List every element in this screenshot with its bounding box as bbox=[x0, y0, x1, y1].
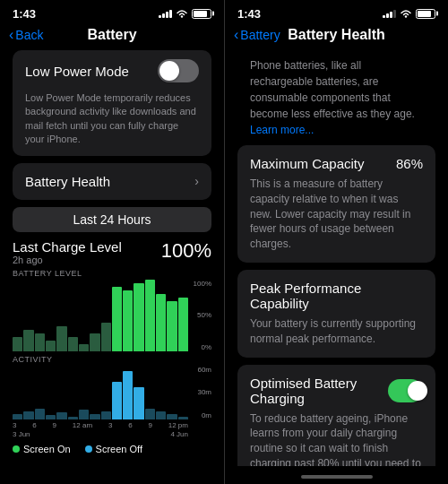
svg-point-1 bbox=[405, 15, 407, 17]
battery-health-row[interactable]: Battery Health › bbox=[13, 163, 211, 200]
battery-info-section: Phone batteries, like all rechargeable b… bbox=[237, 50, 435, 145]
screen-off-dot bbox=[85, 445, 92, 453]
right-panel: 1:43 ‹ Battery Battery Health bbox=[224, 0, 448, 484]
back-button-right[interactable]: ‹ Battery bbox=[234, 27, 280, 43]
optimised-charging-row[interactable]: Optimised Battery Charging bbox=[250, 376, 423, 406]
right-content: Phone batteries, like all rechargeable b… bbox=[225, 50, 448, 466]
battery-level-chart: 100% 50% 0% bbox=[13, 280, 211, 351]
y-label-mid: 50% bbox=[194, 311, 211, 319]
status-icons-right bbox=[383, 9, 435, 19]
low-power-mode-toggle[interactable] bbox=[158, 59, 199, 82]
wifi-icon bbox=[176, 9, 188, 18]
status-time-right: 1:43 bbox=[237, 7, 261, 21]
battery-level-label: BATTERY LEVEL bbox=[13, 269, 211, 278]
peak-perf-desc: Your battery is currently supporting nor… bbox=[250, 316, 423, 347]
left-panel: 1:43 ‹ Back Battery bbox=[0, 0, 224, 484]
chevron-right-icon: › bbox=[194, 174, 199, 188]
peak-performance-section: Peak Performance Capability Your battery… bbox=[237, 270, 435, 358]
nav-bar-right: ‹ Battery Battery Health bbox=[225, 25, 448, 50]
learn-more-link[interactable]: Learn more... bbox=[250, 124, 314, 136]
battery-status-icon bbox=[192, 9, 211, 19]
nav-title-right: Battery Health bbox=[288, 27, 384, 43]
act-y-top: 60m bbox=[197, 366, 211, 374]
activity-bars bbox=[13, 366, 211, 419]
peak-perf-row: Peak Performance Capability bbox=[250, 281, 423, 311]
status-bar-left: 1:43 bbox=[0, 0, 224, 25]
back-button-left[interactable]: ‹ Back bbox=[9, 27, 43, 43]
activity-chart-section: ACTIVITY 60m 3 bbox=[13, 355, 211, 438]
toggle-knob bbox=[159, 61, 179, 81]
x-sublabels: 3 Jun 4 Jun bbox=[13, 430, 211, 438]
time-selector[interactable]: Last 24 Hours bbox=[13, 207, 211, 232]
optimised-charging-toggle[interactable] bbox=[388, 379, 423, 402]
screen-on-legend: Screen On bbox=[13, 444, 71, 454]
screen-on-dot bbox=[13, 445, 20, 453]
optimised-charging-section: Optimised Battery Charging To reduce bat… bbox=[237, 365, 435, 466]
status-bar-right: 1:43 bbox=[225, 0, 448, 25]
max-capacity-label: Maximum Capacity bbox=[250, 156, 365, 171]
max-capacity-row: Maximum Capacity 86% bbox=[250, 156, 423, 171]
last-charge-time: 2h ago bbox=[13, 255, 122, 265]
battery-info-text: Phone batteries, like all rechargeable b… bbox=[250, 59, 415, 120]
activity-y-labels: 60m 30m 0m bbox=[197, 366, 211, 419]
battery-health-section[interactable]: Battery Health › bbox=[13, 163, 211, 200]
x-labels: 3 6 9 12 am 3 6 9 12 pm bbox=[13, 421, 211, 429]
wifi-icon-right bbox=[400, 9, 412, 18]
battery-health-label: Battery Health bbox=[25, 174, 110, 189]
low-power-mode-desc: Low Power Mode temporarily reduces backg… bbox=[13, 91, 211, 156]
home-indicator-right bbox=[225, 466, 448, 484]
last-charge-label: Last Charge Level bbox=[13, 239, 122, 255]
battery-level-chart-section: BATTERY LEVEL 100% bbox=[13, 269, 211, 351]
optimised-charging-label: Optimised Battery Charging bbox=[250, 376, 388, 406]
signal-icon bbox=[159, 10, 172, 18]
chevron-left-icon: ‹ bbox=[9, 27, 13, 43]
max-capacity-section: Maximum Capacity 86% This is a measure o… bbox=[237, 145, 435, 263]
nav-bar-left: ‹ Back Battery bbox=[0, 25, 224, 50]
nav-title-left: Battery bbox=[87, 27, 136, 43]
back-label-right: Battery bbox=[240, 28, 280, 42]
y-label-bot: 0% bbox=[194, 343, 211, 351]
max-capacity-value: 86% bbox=[396, 156, 423, 171]
status-time-left: 1:43 bbox=[13, 7, 36, 21]
low-power-mode-row[interactable]: Low Power Mode bbox=[13, 50, 211, 91]
screen-legend: Screen On Screen Off bbox=[0, 440, 224, 458]
low-power-mode-section: Low Power Mode Low Power Mode temporaril… bbox=[13, 50, 211, 156]
optimised-toggle-knob bbox=[408, 381, 427, 401]
signal-icon-right bbox=[383, 10, 396, 18]
low-power-mode-label: Low Power Mode bbox=[25, 64, 129, 79]
back-label-left: Back bbox=[15, 28, 43, 42]
act-y-bot: 0m bbox=[197, 411, 211, 419]
max-capacity-desc: This is a measure of battery capacity re… bbox=[250, 177, 423, 252]
battery-bars bbox=[13, 280, 211, 351]
time-selector-label: Last 24 Hours bbox=[73, 212, 151, 227]
screen-on-label: Screen On bbox=[23, 444, 71, 454]
screen-off-label: Screen Off bbox=[96, 444, 142, 454]
act-y-mid: 30m bbox=[197, 388, 211, 396]
activity-chart: 60m 30m 0m bbox=[13, 366, 211, 419]
activity-label: ACTIVITY bbox=[13, 355, 211, 364]
optimised-charging-desc: To reduce battery ageing, iPhone learns … bbox=[250, 411, 423, 466]
last-charge-section: Last Charge Level 2h ago 100% bbox=[13, 239, 211, 265]
peak-perf-label: Peak Performance Capability bbox=[250, 281, 423, 311]
status-icons-left bbox=[159, 9, 211, 19]
screen-off-legend: Screen Off bbox=[85, 444, 142, 454]
last-charge-pct: 100% bbox=[161, 239, 211, 263]
home-bar-right bbox=[301, 475, 373, 479]
y-label-top: 100% bbox=[194, 280, 211, 288]
battery-y-labels: 100% 50% 0% bbox=[194, 280, 211, 351]
battery-status-icon-right bbox=[416, 9, 435, 19]
svg-point-0 bbox=[181, 15, 183, 17]
chevron-left-icon-right: ‹ bbox=[234, 27, 238, 43]
